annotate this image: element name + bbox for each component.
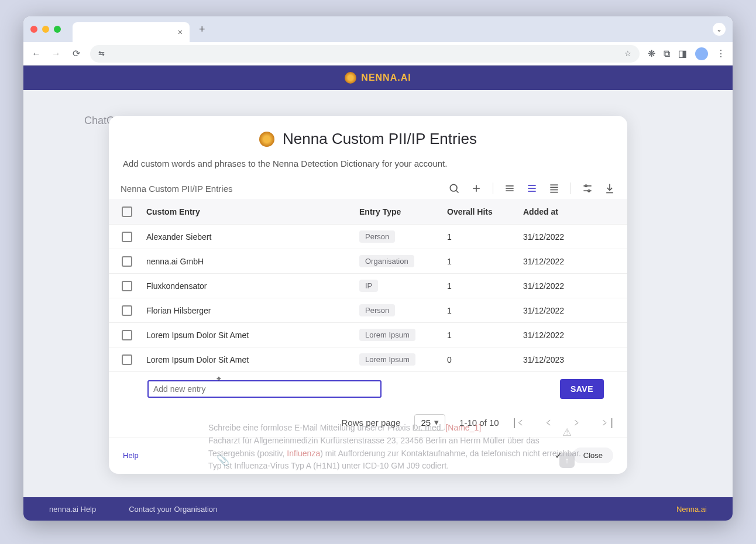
kebab-menu-icon[interactable]: ⋮	[716, 48, 726, 59]
add-entry-row: SAVE	[109, 372, 627, 406]
svg-point-17	[588, 190, 590, 192]
cell-entry: Fluxkondensator	[146, 281, 359, 291]
footer-help-link[interactable]: nenna.ai Help	[49, 505, 96, 514]
entry-type-chip: Person	[359, 304, 395, 316]
cell-entry: Florian Hilsberger	[146, 306, 359, 315]
save-button[interactable]: SAVE	[560, 379, 604, 399]
density-default-icon[interactable]	[526, 183, 538, 194]
cell-added: 31/12/2022	[523, 281, 623, 291]
profile-avatar-icon[interactable]	[695, 47, 708, 60]
select-all-checkbox[interactable]	[122, 206, 132, 217]
cell-hits: 1	[447, 232, 523, 242]
forward-button[interactable]: →	[50, 49, 62, 59]
extensions-icon[interactable]: ⧉	[664, 49, 670, 59]
table-row[interactable]: nenna.ai GmbH Organisation 1 31/12/2022	[109, 249, 627, 274]
table-row[interactable]: Lorem Ipsum Dolor Sit Amet Lorem Ipsum 1…	[109, 323, 627, 347]
table-row[interactable]: Alexander Siebert Person 1 31/12/2022	[109, 225, 627, 249]
window-controls	[30, 26, 61, 33]
add-icon[interactable]	[470, 183, 482, 194]
svg-line-1	[456, 191, 459, 193]
app-header: NENNA.AI	[23, 66, 733, 90]
entry-type-chip: IP	[359, 280, 378, 292]
content-area: ChatGPT 4 ⌄ Nenna Custom PII/IP Entries …	[23, 90, 733, 497]
cell-added: 31/12/2022	[523, 330, 623, 340]
cell-entry: nenna.ai GmbH	[146, 257, 359, 266]
modal-title: Nenna Custom PII/IP Entries	[283, 130, 477, 148]
entry-type-chip: Organisation	[359, 255, 414, 267]
table-header: Custom Entry Entry Type Overall Hits Add…	[109, 199, 627, 225]
entry-type-chip: Person	[359, 230, 395, 243]
cell-hits: 1	[447, 281, 523, 291]
svg-point-0	[450, 184, 457, 191]
cell-added: 31/12/2022	[523, 232, 623, 242]
side-panel-icon[interactable]: ◨	[678, 48, 687, 59]
help-link[interactable]: Help	[123, 451, 139, 460]
filter-settings-icon[interactable]	[582, 183, 593, 194]
cell-added: 31/12/2022	[523, 306, 623, 315]
entry-type-chip: Lorem Ipsum	[359, 329, 415, 341]
modal-logo-icon	[259, 132, 274, 147]
maximize-window-button[interactable]	[54, 26, 61, 33]
brand-logo-icon	[345, 72, 356, 84]
app-footer: nenna.ai Help Contact your Organisation …	[23, 497, 733, 521]
cell-added: 31/12/2023	[523, 355, 623, 364]
search-icon[interactable]	[448, 183, 460, 194]
last-page-icon[interactable]: ﹥|	[600, 415, 613, 429]
row-checkbox[interactable]	[122, 256, 132, 267]
col-overall-hits[interactable]: Overall Hits	[447, 207, 523, 216]
back-button[interactable]: ←	[30, 49, 42, 59]
close-window-button[interactable]	[30, 26, 37, 33]
row-checkbox[interactable]	[122, 330, 132, 340]
extension-nenna-icon[interactable]: ❋	[648, 48, 655, 59]
site-settings-icon[interactable]: ⇆	[98, 49, 105, 58]
add-entry-input[interactable]	[147, 380, 382, 398]
density-compact-icon[interactable]	[504, 183, 516, 194]
cell-hits: 1	[447, 330, 523, 340]
cell-hits: 1	[447, 306, 523, 315]
svg-point-15	[585, 185, 587, 187]
cell-hits: 0	[447, 355, 523, 364]
col-custom-entry[interactable]: Custom Entry	[146, 207, 359, 216]
table-row[interactable]: Lorem Ipsum Dolor Sit Amet Lorem Ipsum 0…	[109, 347, 627, 372]
row-checkbox[interactable]	[122, 232, 132, 242]
toolbar-title: Nenna Custom PII/IP Entries	[121, 184, 232, 194]
send-up-icon[interactable]: ↑	[559, 453, 575, 468]
browser-tab[interactable]: ×	[73, 22, 190, 42]
entry-type-chip: Lorem Ipsum	[359, 353, 415, 366]
warning-icon[interactable]: ⚠	[562, 426, 572, 439]
download-icon[interactable]	[604, 183, 616, 194]
row-checkbox[interactable]	[122, 354, 132, 365]
new-tab-button[interactable]: +	[194, 23, 210, 36]
modal-description: Add custom words and phrases to the Nenn…	[109, 159, 627, 168]
browser-window: × + ⌄ ← → ⟳ ⇆ ☆ ❋ ⧉ ◨ ⋮ NENNA.AI ChatGPT…	[23, 16, 733, 521]
cell-entry: Lorem Ipsum Dolor Sit Amet	[146, 330, 359, 340]
cell-entry: Lorem Ipsum Dolor Sit Amet	[146, 355, 359, 364]
entries-table: Custom Entry Entry Type Overall Hits Add…	[109, 199, 627, 372]
row-checkbox[interactable]	[122, 305, 132, 316]
url-field[interactable]: ⇆ ☆	[90, 45, 640, 63]
cell-hits: 1	[447, 257, 523, 266]
bookmark-star-icon[interactable]: ☆	[624, 49, 631, 58]
footer-brand-link[interactable]: Nenna.ai	[676, 505, 707, 514]
close-tab-icon[interactable]: ×	[178, 27, 183, 37]
tab-strip: × + ⌄	[23, 16, 733, 42]
table-toolbar: Nenna Custom PII/IP Entries	[109, 183, 627, 194]
brand-title: NENNA.AI	[361, 73, 411, 83]
table-row[interactable]: Fluxkondensator IP 1 31/12/2022	[109, 274, 627, 298]
background-chat-text: Schreibe eine formlose E-Mail Mitteilung…	[208, 422, 583, 473]
minimize-window-button[interactable]	[42, 26, 49, 33]
density-comfortable-icon[interactable]	[548, 183, 560, 194]
cell-added: 31/12/2022	[523, 257, 623, 266]
footer-contact-link[interactable]: Contact your Organisation	[129, 505, 217, 514]
tab-overflow-button[interactable]: ⌄	[713, 23, 726, 36]
table-row[interactable]: Florian Hilsberger Person 1 31/12/2022	[109, 298, 627, 323]
address-bar: ← → ⟳ ⇆ ☆ ❋ ⧉ ◨ ⋮	[23, 42, 733, 66]
pii-entries-modal: Nenna Custom PII/IP Entries Add custom w…	[109, 116, 627, 474]
col-entry-type[interactable]: Entry Type	[359, 207, 447, 216]
reload-button[interactable]: ⟳	[70, 48, 82, 59]
row-checkbox[interactable]	[122, 281, 132, 291]
cell-entry: Alexander Siebert	[146, 232, 359, 242]
col-added-at[interactable]: Added at	[523, 207, 623, 216]
